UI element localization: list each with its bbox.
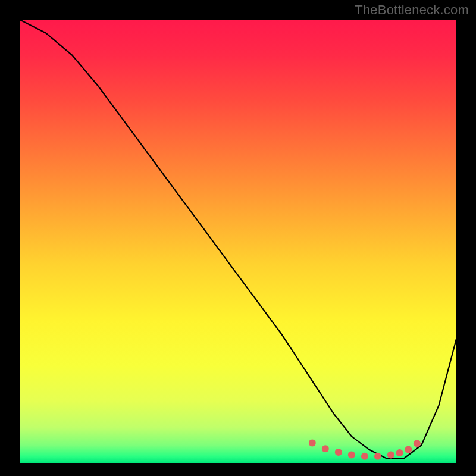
gradient-background [20, 20, 456, 463]
marker-dot [374, 453, 381, 460]
marker-dot [387, 452, 394, 459]
marker-dot [361, 453, 368, 460]
marker-dot [309, 440, 316, 447]
watermark-text: TheBottleneck.com [355, 2, 469, 18]
marker-dot [396, 449, 403, 456]
marker-dot [335, 449, 342, 456]
marker-dot [348, 452, 355, 459]
plot-svg [20, 20, 456, 463]
marker-dot [322, 445, 329, 452]
marker-dot [405, 446, 412, 453]
plot-area [20, 20, 456, 463]
chart-frame: TheBottleneck.com [0, 0, 476, 476]
marker-dot [414, 440, 421, 447]
